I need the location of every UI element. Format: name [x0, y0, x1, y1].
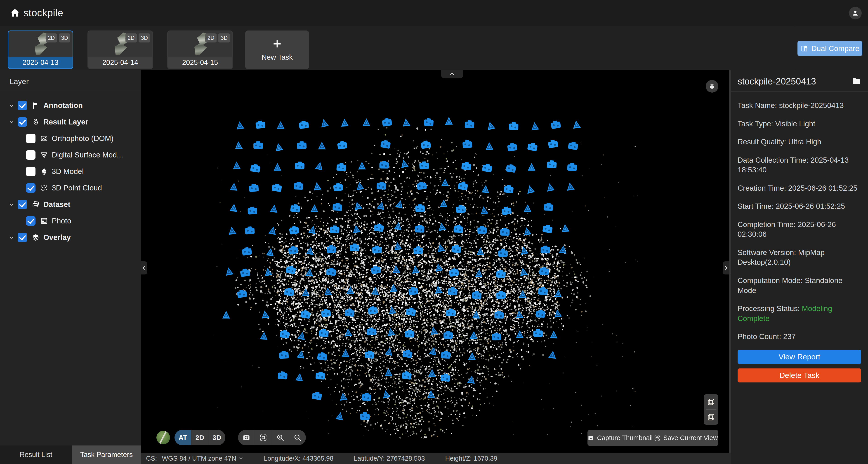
screenshot-button[interactable] — [238, 430, 255, 445]
detail-label: Processing Status: — [738, 304, 800, 313]
bottom-tab-bar: Result List Task Parameters — [0, 445, 141, 464]
detail-row: Task Name: stockpile-20250413 — [738, 101, 861, 110]
save-current-view-button[interactable]: Save Current View — [653, 430, 719, 446]
layer-tree-row[interactable]: Dataset — [0, 196, 141, 212]
detail-row: Start Time: 2025-06-26 01:52:25 — [738, 201, 861, 211]
badge-2d[interactable]: 2D — [205, 33, 217, 42]
chevron-down-icon[interactable] — [8, 118, 18, 126]
zoom-in-button[interactable] — [272, 430, 289, 445]
layer-checkbox[interactable] — [26, 183, 35, 193]
model-3d-icon — [39, 167, 49, 176]
task-card[interactable]: 2D3D2025-04-13 — [8, 31, 73, 69]
badge-3d[interactable]: 3D — [59, 33, 70, 42]
delete-task-button[interactable]: Delete Task — [738, 368, 861, 383]
layer-label: Annotation — [43, 101, 83, 110]
tab-task-parameters[interactable]: Task Parameters — [72, 445, 141, 464]
cs-dropdown[interactable]: WGS 84 / UTM zone 47N — [162, 455, 243, 462]
capture-thumbnail-button[interactable]: Capture Thumbnail — [587, 430, 653, 446]
mini-map-thumbnail[interactable] — [156, 431, 170, 444]
badge-2d[interactable]: 2D — [125, 33, 137, 42]
layer-checkbox[interactable] — [18, 233, 27, 242]
layer-tree-row[interactable]: Photo — [0, 212, 141, 229]
medal-icon — [31, 118, 41, 127]
layer-tree-row[interactable]: 3D Model — [0, 163, 141, 179]
projection-toggle-stack — [704, 394, 718, 425]
zoom-in-icon — [276, 433, 284, 442]
badge-2d[interactable]: 2D — [46, 33, 57, 42]
user-avatar[interactable] — [849, 7, 862, 20]
view-report-button[interactable]: View Report — [738, 350, 861, 364]
layer-label: Overlay — [43, 233, 71, 242]
view-cube-button[interactable] — [706, 80, 718, 93]
cube-icon — [709, 83, 715, 90]
app-header: stockpile — [0, 0, 868, 26]
layer-panel-title: Layer — [0, 70, 141, 92]
home-icon[interactable] — [10, 8, 20, 18]
layer-label: Result Layer — [43, 118, 88, 126]
mode-button-2d[interactable]: 2D — [191, 430, 209, 445]
detail-label: Photo Count: — [738, 332, 781, 341]
task-thumbnail: 2D3D — [8, 31, 72, 57]
view-mode-switch: AT2D3D — [175, 430, 225, 445]
longitude-value: 443365.98 — [303, 455, 333, 462]
detail-row: Creation Time: 2025-06-26 01:52:25 — [738, 183, 861, 193]
layer-tree-row[interactable]: Digital Surface Mod... — [0, 146, 141, 163]
detail-label: Software Version: — [738, 248, 796, 257]
capture-thumbnail-label: Capture Thumbnail — [597, 434, 653, 442]
open-folder-button[interactable] — [852, 76, 861, 87]
layer-tree-row[interactable]: Overlay — [0, 229, 141, 245]
layer-checkbox[interactable] — [26, 150, 35, 160]
point-cloud-canvas[interactable] — [141, 70, 729, 453]
layer-checkbox[interactable] — [18, 117, 27, 127]
detail-label: Result Quality: — [738, 138, 786, 146]
layer-checkbox[interactable] — [18, 101, 27, 110]
new-task-button[interactable]: + New Task — [245, 31, 309, 69]
layer-tree-row[interactable]: Result Layer — [0, 113, 141, 130]
mode-button-at[interactable]: AT — [175, 430, 191, 445]
chevron-down-icon[interactable] — [8, 102, 18, 109]
collapse-top-handle[interactable] — [441, 70, 463, 78]
zoom-out-button[interactable] — [289, 430, 306, 445]
chevron-down-icon[interactable] — [8, 234, 18, 241]
chevron-down-icon[interactable] — [8, 201, 18, 208]
layer-tree-row[interactable]: Annotation — [0, 97, 141, 113]
task-details-title: stockpile-20250413 — [738, 76, 816, 87]
layer-checkbox[interactable] — [26, 134, 35, 143]
detail-value: 2025-06-26 01:52:25 — [788, 184, 857, 192]
badge-3d[interactable]: 3D — [138, 33, 150, 42]
viewport-tools — [238, 430, 306, 445]
tab-result-list[interactable]: Result List — [0, 445, 72, 464]
dual-compare-button[interactable]: Dual Compare — [798, 41, 862, 56]
task-details-rows: Task Name: stockpile-20250413Task Type: … — [731, 92, 868, 341]
fit-view-button[interactable] — [255, 430, 272, 445]
layer-tree-row[interactable]: Orthophoto (DOM) — [0, 130, 141, 146]
layer-checkbox[interactable] — [18, 200, 27, 209]
photo-icon — [39, 217, 49, 226]
task-date-label: 2025-04-13 — [8, 57, 72, 68]
wireframe-cube-top-button[interactable] — [706, 397, 716, 407]
chevron-down-icon — [239, 455, 243, 462]
mode-button-3d[interactable]: 3D — [209, 430, 225, 445]
map-viewport[interactable]: AT2D3D Capture Thumbnail Save Current Vi… — [141, 70, 729, 453]
plus-icon: + — [273, 38, 281, 50]
new-task-label: New Task — [261, 53, 293, 61]
badge-3d[interactable]: 3D — [218, 33, 230, 42]
collapse-left-handle[interactable] — [141, 261, 147, 274]
layer-tree: AnnotationResult LayerOrthophoto (DOM)Di… — [0, 92, 141, 245]
latitude-group: Latitude/Y: 2767428.503 — [354, 455, 425, 462]
dual-compare-icon — [800, 45, 808, 53]
folder-icon — [852, 76, 861, 86]
task-card[interactable]: 2D3D2025-04-15 — [167, 31, 233, 69]
layer-checkbox[interactable] — [26, 216, 35, 226]
detail-row: Completion Time: 2025-06-26 02:30:06 — [738, 220, 861, 239]
layer-checkbox[interactable] — [26, 167, 35, 176]
detail-row: Computation Mode: Standalone Mode — [738, 275, 861, 295]
layer-tree-row[interactable]: 3D Point Cloud — [0, 179, 141, 196]
panel-splitter[interactable] — [729, 70, 731, 464]
task-card[interactable]: 2D3D2025-04-14 — [88, 31, 153, 69]
detail-row: Processing Status: Modeling Complete — [738, 304, 861, 323]
dual-compare-label: Dual Compare — [811, 44, 860, 53]
detail-row: Data Collection Time: 2025-04-13 18:53:4… — [738, 155, 861, 175]
wireframe-cube-bottom-button[interactable] — [706, 412, 716, 422]
collapse-right-handle[interactable] — [723, 261, 729, 274]
